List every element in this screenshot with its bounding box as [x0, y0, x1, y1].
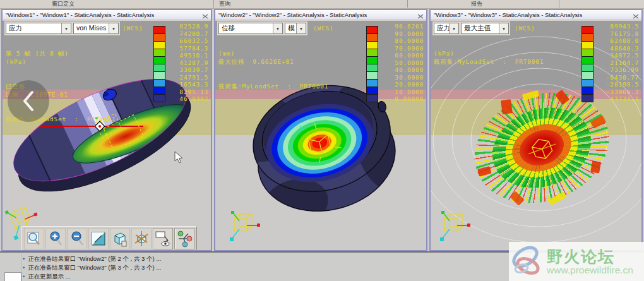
zoom-in-icon[interactable] [45, 228, 66, 249]
legend-color-bar [581, 26, 593, 102]
relation-graph-icon[interactable] [174, 228, 194, 249]
window-close-icon[interactable] [633, 12, 639, 20]
legend-values: 82528.974280.7 66032.557784.3 49536.1412… [179, 23, 208, 103]
chevron-down-icon[interactable]: ▼ [109, 23, 118, 33]
chevron-down-icon[interactable]: ▼ [296, 23, 306, 33]
window1-csys-label: (WCS) [122, 25, 143, 32]
window1-title: "Window1" - "Window1" - StaticAnalysis -… [6, 11, 154, 18]
display-visibility-icon[interactable] [153, 228, 173, 249]
quantity-select[interactable]: 应力 ▼ [434, 23, 459, 34]
result-window-1: "Window1" - "Window1" - StaticAnalysis -… [1, 9, 212, 251]
window3-csys-triad [436, 208, 475, 244]
ribbon-group-query[interactable]: 查询 [219, 0, 230, 8]
view-orientation-icon[interactable] [131, 228, 152, 249]
watermark-site-url: www.proewildfire.cn [547, 265, 633, 275]
window3-result-info: (kPa)载荷集:MyLoadSet : PRT0001 [434, 33, 544, 82]
window2-title: "Window2" - "Window2" - StaticAnalysis -… [218, 11, 367, 18]
result-window-3: "Window3" - "Window3" - StaticAnalysis -… [429, 9, 643, 251]
bullet-icon: • [23, 265, 25, 271]
bullet-icon: • [23, 256, 25, 262]
component-select[interactable]: 最大主值 ▼ [461, 23, 509, 34]
ribbon-separator [559, 0, 559, 8]
window1-titlebar[interactable]: "Window1" - "Window1" - StaticAnalysis -… [3, 10, 211, 20]
quantity-select[interactable]: 应力 ▼ [6, 23, 71, 34]
window1-graphics-toolbar [21, 226, 197, 250]
creo-simulate-results-app: 窗口定义 查询 报告 "Window1" - "Window1" - Stati… [0, 0, 644, 281]
quantity-select[interactable]: 位移 ▼ [218, 23, 283, 34]
chevron-down-icon[interactable]: ▼ [273, 23, 282, 33]
ribbon-group-report[interactable]: 报告 [471, 0, 482, 8]
legend-color-bar [153, 26, 165, 102]
ribbon-separator [213, 0, 214, 8]
window3-graphics-area[interactable]: 应力 ▼ 最大主值 ▼ (WCS) (kPa)载荷集:MyLoadSet : P… [431, 21, 641, 250]
result-window-2: "Window2" - "Window2" - StaticAnalysis -… [214, 9, 427, 251]
window2-graphics-area[interactable]: 位移 ▼ 模 ▼ (WCS) (mm)最大位移 9.6626E+01 载荷集:M… [215, 21, 426, 250]
window-close-icon[interactable] [417, 12, 424, 20]
chevron-down-icon[interactable]: ▼ [449, 23, 458, 33]
status-separator [21, 254, 21, 281]
window3-titlebar[interactable]: "Window3" - "Window3" - StaticAnalysis -… [431, 10, 641, 20]
forum-logo-icon [509, 243, 544, 280]
ribbon-group-strip: 窗口定义 查询 报告 [0, 0, 644, 9]
window2-csys-label: (WCS) [313, 25, 334, 32]
status-message: •正在更新显示 ... [23, 273, 71, 281]
window2-titlebar[interactable]: "Window2" - "Window2" - StaticAnalysis -… [215, 10, 426, 20]
model-display-icon[interactable] [110, 228, 130, 249]
window3-title: "Window3" - "Window3" - StaticAnalysis -… [434, 11, 582, 18]
bullet-icon: • [23, 273, 25, 280]
legend-values: 89943.576175.8 62408.048640.3 34872.5211… [606, 23, 639, 103]
window2-result-info: (mm)最大位移 9.6626E+01 载荷集:MyLoadSet : PRT0… [218, 33, 328, 107]
status-message: •正在准备结果窗口 "Window2" (第 2 个 , 共 3 个) ... [23, 255, 161, 263]
window3-csys-label: (WCS) [515, 25, 535, 32]
chevron-down-icon[interactable]: ▼ [61, 23, 71, 33]
mouse-cursor [174, 151, 183, 164]
chevron-down-icon[interactable]: ▼ [499, 23, 508, 33]
window1-result-controls: 应力 ▼ von Mises ▼ [4, 21, 120, 35]
window3-result-controls: 应力 ▼ 最大主值 ▼ [432, 21, 510, 35]
component-select[interactable]: 模 ▼ [285, 23, 306, 34]
chevron-left-icon [19, 88, 38, 114]
ribbon-separator [407, 0, 408, 8]
legend-values: 96.626190.0000 80.000070.0000 60.000050.… [395, 23, 424, 103]
watermark-site-name: 野火论坛 [547, 248, 633, 265]
window2-result-controls: 位移 ▼ 模 ▼ [217, 21, 307, 35]
carousel-previous-button[interactable] [8, 80, 49, 122]
component-select[interactable]: von Mises ▼ [73, 23, 119, 34]
zoom-out-icon[interactable] [67, 228, 87, 249]
zoom-window-icon[interactable] [24, 228, 44, 249]
ribbon-group-window-definition[interactable]: 窗口定义 [52, 0, 75, 8]
refit-icon[interactable] [88, 228, 109, 249]
progress-box [4, 272, 22, 281]
forum-watermark: 野火论坛 www.proewildfire.cn [509, 242, 644, 281]
window-close-icon[interactable] [202, 12, 208, 20]
legend-color-bar [366, 26, 378, 102]
status-message: •正在准备结果窗口 "Window3" (第 3 个 , 共 3 个) ... [23, 264, 161, 272]
window1-graphics-area[interactable]: 应力 ▼ von Mises ▼ (WCS) 第 5 帧 (共 8 帧)(kPa… [3, 21, 211, 250]
